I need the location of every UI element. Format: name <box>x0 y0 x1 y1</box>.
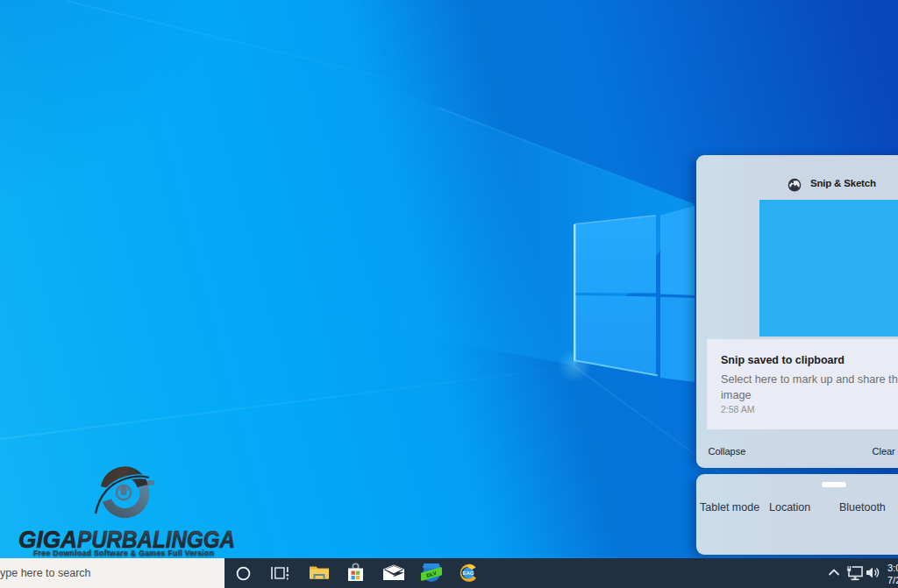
svg-text:3:08: 3:08 <box>887 563 898 573</box>
svg-text:7/25: 7/25 <box>887 575 898 585</box>
svg-text:EAG: EAG <box>462 570 474 576</box>
